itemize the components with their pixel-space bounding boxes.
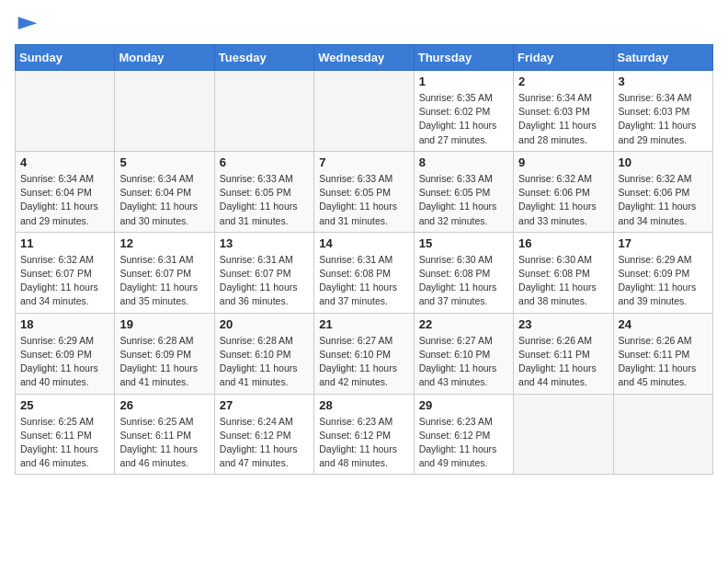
calendar-cell: 4Sunrise: 6:34 AM Sunset: 6:04 PM Daylig… — [16, 151, 115, 232]
calendar-header-wednesday: Wednesday — [314, 45, 414, 71]
day-info: Sunrise: 6:24 AM Sunset: 6:12 PM Dayligh… — [220, 415, 309, 471]
day-number: 10 — [619, 155, 708, 169]
calendar-cell: 17Sunrise: 6:29 AM Sunset: 6:09 PM Dayli… — [613, 232, 712, 313]
calendar-cell — [214, 71, 313, 152]
page-header — [15, 15, 713, 33]
calendar-cell: 13Sunrise: 6:31 AM Sunset: 6:07 PM Dayli… — [214, 232, 313, 313]
day-info: Sunrise: 6:34 AM Sunset: 6:03 PM Dayligh… — [518, 91, 608, 147]
calendar-cell: 12Sunrise: 6:31 AM Sunset: 6:07 PM Dayli… — [115, 232, 214, 313]
calendar-cell: 27Sunrise: 6:24 AM Sunset: 6:12 PM Dayli… — [214, 394, 313, 475]
day-info: Sunrise: 6:32 AM Sunset: 6:06 PM Dayligh… — [518, 172, 608, 228]
calendar-header-saturday: Saturday — [613, 45, 712, 71]
calendar-week-row: 1Sunrise: 6:35 AM Sunset: 6:02 PM Daylig… — [16, 71, 713, 152]
day-number: 16 — [518, 236, 608, 250]
day-info: Sunrise: 6:27 AM Sunset: 6:10 PM Dayligh… — [419, 334, 508, 390]
day-number: 5 — [119, 155, 209, 169]
day-info: Sunrise: 6:34 AM Sunset: 6:03 PM Dayligh… — [619, 91, 708, 147]
calendar-cell — [613, 394, 712, 475]
calendar-header-thursday: Thursday — [414, 45, 513, 71]
logo — [15, 15, 46, 33]
day-number: 21 — [319, 317, 408, 331]
calendar-cell — [115, 71, 214, 152]
day-number: 8 — [419, 155, 508, 169]
day-number: 17 — [619, 236, 708, 250]
svg-marker-0 — [18, 17, 38, 29]
day-info: Sunrise: 6:25 AM Sunset: 6:11 PM Dayligh… — [20, 415, 109, 471]
logo-flag-icon — [17, 15, 39, 33]
day-info: Sunrise: 6:26 AM Sunset: 6:11 PM Dayligh… — [619, 334, 708, 390]
calendar-cell: 23Sunrise: 6:26 AM Sunset: 6:11 PM Dayli… — [514, 313, 613, 394]
day-info: Sunrise: 6:34 AM Sunset: 6:04 PM Dayligh… — [20, 172, 109, 228]
calendar-header-friday: Friday — [514, 45, 613, 71]
day-info: Sunrise: 6:29 AM Sunset: 6:09 PM Dayligh… — [20, 334, 109, 390]
calendar-cell: 22Sunrise: 6:27 AM Sunset: 6:10 PM Dayli… — [414, 313, 513, 394]
calendar-cell: 18Sunrise: 6:29 AM Sunset: 6:09 PM Dayli… — [16, 313, 115, 394]
day-info: Sunrise: 6:30 AM Sunset: 6:08 PM Dayligh… — [419, 253, 508, 309]
day-number: 26 — [119, 398, 209, 412]
day-info: Sunrise: 6:23 AM Sunset: 6:12 PM Dayligh… — [319, 415, 408, 471]
day-number: 23 — [518, 317, 608, 331]
calendar-cell: 7Sunrise: 6:33 AM Sunset: 6:05 PM Daylig… — [314, 151, 414, 232]
day-number: 6 — [220, 155, 309, 169]
day-info: Sunrise: 6:34 AM Sunset: 6:04 PM Dayligh… — [119, 172, 209, 228]
day-info: Sunrise: 6:33 AM Sunset: 6:05 PM Dayligh… — [419, 172, 508, 228]
calendar-table: SundayMondayTuesdayWednesdayThursdayFrid… — [15, 44, 713, 475]
calendar-header-sunday: Sunday — [16, 45, 115, 71]
calendar-week-row: 18Sunrise: 6:29 AM Sunset: 6:09 PM Dayli… — [16, 313, 713, 394]
day-info: Sunrise: 6:31 AM Sunset: 6:07 PM Dayligh… — [119, 253, 209, 309]
calendar-week-row: 25Sunrise: 6:25 AM Sunset: 6:11 PM Dayli… — [16, 394, 713, 475]
day-info: Sunrise: 6:30 AM Sunset: 6:08 PM Dayligh… — [518, 253, 608, 309]
day-number: 15 — [419, 236, 508, 250]
calendar-cell: 2Sunrise: 6:34 AM Sunset: 6:03 PM Daylig… — [514, 71, 613, 152]
calendar-cell: 1Sunrise: 6:35 AM Sunset: 6:02 PM Daylig… — [414, 71, 513, 152]
day-number: 9 — [518, 155, 608, 169]
day-number: 4 — [20, 155, 109, 169]
day-number: 18 — [20, 317, 109, 331]
day-info: Sunrise: 6:23 AM Sunset: 6:12 PM Dayligh… — [419, 415, 508, 471]
day-number: 25 — [20, 398, 109, 412]
calendar-cell: 5Sunrise: 6:34 AM Sunset: 6:04 PM Daylig… — [115, 151, 214, 232]
day-number: 7 — [319, 155, 408, 169]
day-number: 24 — [619, 317, 708, 331]
day-number: 1 — [419, 75, 508, 88]
calendar-cell: 29Sunrise: 6:23 AM Sunset: 6:12 PM Dayli… — [414, 394, 513, 475]
day-number: 22 — [419, 317, 508, 331]
calendar-cell: 6Sunrise: 6:33 AM Sunset: 6:05 PM Daylig… — [214, 151, 313, 232]
calendar-cell: 24Sunrise: 6:26 AM Sunset: 6:11 PM Dayli… — [613, 313, 712, 394]
day-number: 2 — [518, 75, 608, 88]
calendar-cell: 26Sunrise: 6:25 AM Sunset: 6:11 PM Dayli… — [115, 394, 214, 475]
calendar-cell: 28Sunrise: 6:23 AM Sunset: 6:12 PM Dayli… — [314, 394, 414, 475]
day-info: Sunrise: 6:29 AM Sunset: 6:09 PM Dayligh… — [619, 253, 708, 309]
calendar-cell: 15Sunrise: 6:30 AM Sunset: 6:08 PM Dayli… — [414, 232, 513, 313]
day-number: 20 — [220, 317, 309, 331]
day-info: Sunrise: 6:33 AM Sunset: 6:05 PM Dayligh… — [220, 172, 309, 228]
calendar-cell: 9Sunrise: 6:32 AM Sunset: 6:06 PM Daylig… — [514, 151, 613, 232]
day-info: Sunrise: 6:32 AM Sunset: 6:07 PM Dayligh… — [20, 253, 109, 309]
calendar-cell: 8Sunrise: 6:33 AM Sunset: 6:05 PM Daylig… — [414, 151, 513, 232]
day-number: 3 — [619, 75, 708, 88]
day-number: 13 — [220, 236, 309, 250]
calendar-cell: 19Sunrise: 6:28 AM Sunset: 6:09 PM Dayli… — [115, 313, 214, 394]
calendar-cell: 16Sunrise: 6:30 AM Sunset: 6:08 PM Dayli… — [514, 232, 613, 313]
day-info: Sunrise: 6:26 AM Sunset: 6:11 PM Dayligh… — [518, 334, 608, 390]
day-number: 11 — [20, 236, 109, 250]
calendar-header-row: SundayMondayTuesdayWednesdayThursdayFrid… — [16, 45, 713, 71]
day-number: 27 — [220, 398, 309, 412]
calendar-cell: 21Sunrise: 6:27 AM Sunset: 6:10 PM Dayli… — [314, 313, 414, 394]
day-info: Sunrise: 6:27 AM Sunset: 6:10 PM Dayligh… — [319, 334, 408, 390]
day-info: Sunrise: 6:28 AM Sunset: 6:10 PM Dayligh… — [220, 334, 309, 390]
calendar-cell: 10Sunrise: 6:32 AM Sunset: 6:06 PM Dayli… — [613, 151, 712, 232]
calendar-cell: 14Sunrise: 6:31 AM Sunset: 6:08 PM Dayli… — [314, 232, 414, 313]
day-info: Sunrise: 6:31 AM Sunset: 6:07 PM Dayligh… — [220, 253, 309, 309]
day-info: Sunrise: 6:28 AM Sunset: 6:09 PM Dayligh… — [119, 334, 209, 390]
calendar-cell: 20Sunrise: 6:28 AM Sunset: 6:10 PM Dayli… — [214, 313, 313, 394]
day-info: Sunrise: 6:25 AM Sunset: 6:11 PM Dayligh… — [119, 415, 209, 471]
calendar-header-tuesday: Tuesday — [214, 45, 313, 71]
calendar-cell: 11Sunrise: 6:32 AM Sunset: 6:07 PM Dayli… — [16, 232, 115, 313]
calendar-cell — [16, 71, 115, 152]
calendar-header-monday: Monday — [115, 45, 214, 71]
day-number: 29 — [419, 398, 508, 412]
calendar-cell — [314, 71, 414, 152]
calendar-week-row: 4Sunrise: 6:34 AM Sunset: 6:04 PM Daylig… — [16, 151, 713, 232]
day-info: Sunrise: 6:31 AM Sunset: 6:08 PM Dayligh… — [319, 253, 408, 309]
